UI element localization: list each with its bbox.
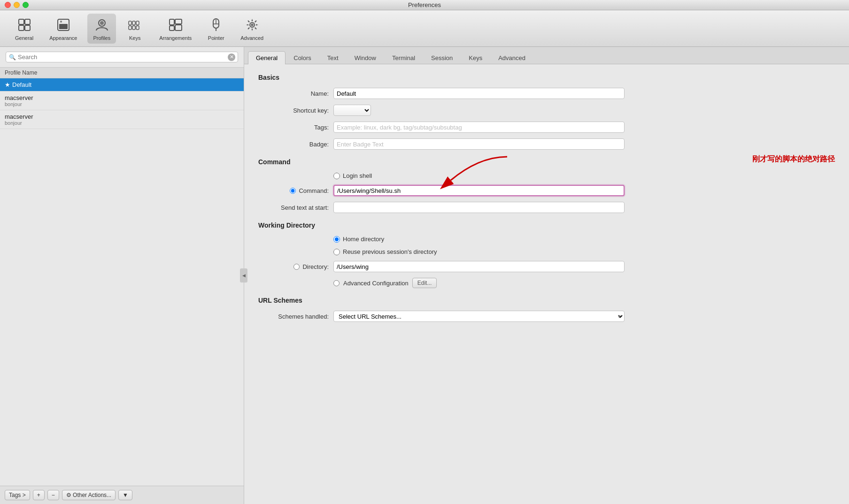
annotation-text: 刚才写的脚本的绝对路径 xyxy=(752,154,835,164)
home-dir-row: Home directory xyxy=(258,236,835,243)
search-bar: 🔍 ✕ xyxy=(0,47,244,68)
tab-text[interactable]: Text xyxy=(319,51,347,64)
toolbar-item-advanced[interactable]: Advanced xyxy=(235,14,269,44)
svg-rect-11 xyxy=(136,21,139,25)
tab-general[interactable]: General xyxy=(248,51,286,64)
search-input[interactable] xyxy=(18,53,235,61)
profile-sub-macserver1: bonjour xyxy=(5,101,239,107)
toolbar-item-arrangements[interactable]: Arrangements xyxy=(154,14,197,44)
minimize-button[interactable] xyxy=(14,2,20,8)
appearance-icon xyxy=(55,16,72,33)
name-input[interactable] xyxy=(333,88,625,99)
tab-keys[interactable]: Keys xyxy=(461,51,490,64)
sidebar: 🔍 ✕ Profile Name ★ Default macserver bon… xyxy=(0,47,244,504)
toolbar-label-arrangements: Arrangements xyxy=(159,35,192,41)
svg-rect-0 xyxy=(19,19,24,24)
arrangements-icon xyxy=(167,16,184,33)
dropdown-button[interactable]: ▼ xyxy=(118,490,132,500)
toolbar: General Appearance Profiles xyxy=(0,10,849,47)
command-input-wrap xyxy=(333,185,625,196)
send-text-row: Send text at start: xyxy=(258,202,835,213)
send-text-input[interactable] xyxy=(333,202,625,213)
svg-rect-18 xyxy=(175,25,182,31)
tab-terminal[interactable]: Terminal xyxy=(384,51,423,64)
svg-rect-16 xyxy=(170,26,174,31)
toolbar-label-advanced: Advanced xyxy=(240,35,263,41)
home-dir-radio[interactable] xyxy=(333,236,340,243)
shortcut-wrap xyxy=(333,105,371,116)
shortcut-label: Shortcut key: xyxy=(258,107,329,114)
svg-rect-9 xyxy=(129,21,131,25)
toolbar-label-pointer: Pointer xyxy=(208,35,224,41)
schemes-select[interactable]: Select URL Schemes... xyxy=(333,311,625,322)
name-row: Name: xyxy=(258,88,835,99)
tab-advanced[interactable]: Advanced xyxy=(490,51,533,64)
svg-rect-1 xyxy=(25,19,30,24)
toolbar-label-profiles: Profiles xyxy=(93,35,110,41)
login-shell-radio-item: Login shell xyxy=(333,172,372,179)
command-radio[interactable] xyxy=(290,188,296,194)
add-profile-button[interactable]: + xyxy=(33,490,45,500)
profile-list: ★ Default macserver bonjour macserver bo… xyxy=(0,78,244,486)
schemes-row: Schemes handled: Select URL Schemes... ▼ xyxy=(258,311,835,322)
directory-radio[interactable] xyxy=(293,264,300,270)
profile-item-macserver2[interactable]: macserver bonjour xyxy=(0,110,244,129)
maximize-button[interactable] xyxy=(23,2,29,8)
directory-input[interactable] xyxy=(333,261,625,272)
command-section: Command 刚才写的脚本的绝对路径 Login shell Command: xyxy=(258,158,835,213)
tab-session[interactable]: Session xyxy=(423,51,461,64)
schemes-select-wrap: Select URL Schemes... ▼ xyxy=(333,311,625,322)
tab-colors[interactable]: Colors xyxy=(286,51,319,64)
svg-rect-13 xyxy=(132,26,135,30)
url-schemes-title: URL Schemes xyxy=(258,297,835,304)
badge-input[interactable] xyxy=(333,138,625,150)
search-clear-button[interactable]: ✕ xyxy=(228,53,235,61)
shortcut-select[interactable] xyxy=(333,105,371,116)
profile-item-macserver1[interactable]: macserver bonjour xyxy=(0,92,244,110)
toolbar-item-pointer[interactable]: Pointer xyxy=(202,14,230,44)
home-dir-label: Home directory xyxy=(343,236,384,243)
main-content: 🔍 ✕ Profile Name ★ Default macserver bon… xyxy=(0,47,849,504)
tab-window[interactable]: Window xyxy=(347,51,384,64)
sidebar-footer: Tags > + − ⚙ Other Actions... ▼ xyxy=(0,486,244,504)
tags-label: Tags: xyxy=(258,124,329,131)
close-button[interactable] xyxy=(5,2,11,8)
pointer-icon xyxy=(208,16,224,33)
toolbar-item-appearance[interactable]: Appearance xyxy=(44,14,83,44)
profile-item-default[interactable]: ★ Default xyxy=(0,78,244,92)
login-shell-radio[interactable] xyxy=(333,173,340,179)
other-actions-button[interactable]: ⚙ Other Actions... xyxy=(62,490,116,500)
profile-sub-macserver2: bonjour xyxy=(5,120,239,126)
directory-label-wrap: Directory: xyxy=(258,263,329,270)
reuse-dir-radio[interactable] xyxy=(333,249,340,255)
sidebar-collapse-handle[interactable]: ◀ xyxy=(240,268,247,283)
toolbar-label-general: General xyxy=(15,35,33,41)
remove-profile-button[interactable]: − xyxy=(47,490,59,500)
svg-rect-3 xyxy=(25,25,30,31)
profile-list-header: Profile Name xyxy=(0,68,244,78)
reuse-dir-label: Reuse previous session's directory xyxy=(343,248,437,255)
shortcut-row: Shortcut key: xyxy=(258,105,835,116)
toolbar-item-keys[interactable]: Keys xyxy=(121,14,149,44)
tags-input[interactable] xyxy=(333,122,625,133)
keys-icon xyxy=(126,16,143,33)
svg-rect-2 xyxy=(19,25,24,31)
command-input[interactable] xyxy=(333,185,625,196)
svg-rect-12 xyxy=(129,26,131,30)
svg-rect-6 xyxy=(60,21,62,23)
toolbar-label-keys: Keys xyxy=(129,35,140,41)
url-schemes-section: URL Schemes Schemes handled: Select URL … xyxy=(258,297,835,322)
profile-name-macserver1: macserver xyxy=(5,94,239,101)
tags-button[interactable]: Tags > xyxy=(5,490,30,500)
command-title: Command xyxy=(258,158,835,166)
command-radio-wrap: Command: xyxy=(258,187,329,194)
advanced-config-radio[interactable] xyxy=(333,280,340,286)
working-directory-section: Working Directory Home directory Reuse p… xyxy=(258,221,835,288)
login-shell-label: Login shell xyxy=(343,172,372,179)
edit-button[interactable]: Edit... xyxy=(412,278,437,288)
badge-row: Badge: xyxy=(258,138,835,150)
toolbar-item-profiles[interactable]: Profiles xyxy=(87,14,116,44)
toolbar-item-general[interactable]: General xyxy=(9,14,39,44)
svg-rect-10 xyxy=(132,21,135,25)
search-input-wrap[interactable]: 🔍 xyxy=(6,52,238,62)
